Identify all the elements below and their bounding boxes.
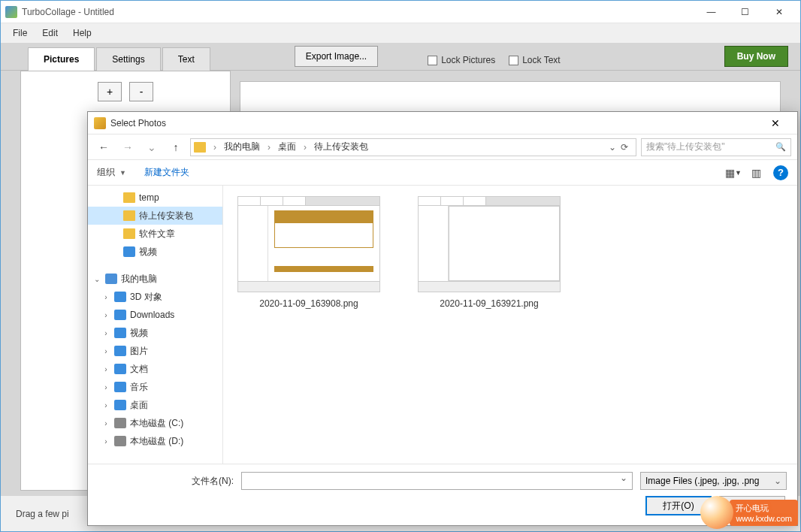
- lock-pictures-checkbox[interactable]: Lock Pictures: [428, 55, 495, 65]
- folder-icon: [123, 210, 135, 221]
- tab-pictures[interactable]: Pictures: [28, 47, 95, 71]
- checkbox-icon: [509, 56, 518, 65]
- chevron-right-icon: ›: [301, 142, 310, 153]
- checkbox-icon: [428, 56, 437, 65]
- tree-item-music[interactable]: ›音乐: [88, 378, 222, 396]
- tree-item-temp[interactable]: ›temp: [88, 189, 222, 207]
- file-thumbnail: [418, 196, 561, 292]
- tree-item-desktop[interactable]: ›桌面: [88, 396, 222, 414]
- video-icon: [114, 328, 126, 338]
- dialog-navbar: ← → ⌄ ↑ › 我的电脑 › 桌面 › 待上传安装包 ⌄⟳ 搜索"待上传安装…: [88, 135, 797, 160]
- filename-label: 文件名(N):: [98, 475, 234, 488]
- search-input[interactable]: 搜索"待上传安装包": [641, 138, 791, 156]
- tab-text[interactable]: Text: [162, 47, 210, 71]
- tree-item-mypc[interactable]: ⌄我的电脑: [88, 270, 222, 288]
- nav-forward-button[interactable]: →: [118, 138, 138, 156]
- file-name: 2020-11-09_163921.png: [440, 298, 538, 309]
- chevron-down-icon[interactable]: ⌄: [609, 142, 616, 153]
- export-image-button[interactable]: Export Image...: [295, 46, 378, 67]
- status-hint: Drag a few pi: [16, 509, 69, 519]
- view-options-button[interactable]: ▦ ▼: [722, 165, 745, 181]
- breadcrumb-item[interactable]: 我的电脑: [221, 139, 263, 155]
- tree-item-pictures[interactable]: ›图片: [88, 342, 222, 360]
- maximize-button[interactable]: ☐: [728, 1, 762, 23]
- chevron-right-icon: ›: [210, 142, 219, 153]
- menu-edit[interactable]: Edit: [35, 25, 65, 41]
- dialog-toolbar: 组织 ▼ 新建文件夹 ▦ ▼ ▥ ?: [88, 160, 797, 186]
- window-controls: — ☐ ✕: [694, 1, 796, 23]
- disk-icon: [114, 436, 126, 446]
- breadcrumb-item[interactable]: 待上传安装包: [311, 139, 371, 155]
- folder-tree[interactable]: ›temp ›待上传安装包 ›软件文章 ›视频 ⌄我的电脑 ›3D 对象 ›Do…: [88, 186, 223, 464]
- close-button[interactable]: ✕: [762, 1, 796, 23]
- document-icon: [114, 364, 126, 374]
- dialog-icon: [94, 117, 106, 129]
- titlebar: TurboCollage - Untitled — ☐ ✕: [1, 1, 800, 23]
- toolbar: Pictures Settings Text Export Image... L…: [1, 44, 800, 71]
- cube-icon: [114, 292, 126, 302]
- buy-now-button[interactable]: Buy Now: [724, 46, 788, 67]
- nav-up-button[interactable]: ↑: [166, 138, 186, 156]
- preview-pane-button[interactable]: ▥: [745, 165, 767, 181]
- download-icon: [114, 310, 126, 320]
- filename-input[interactable]: [241, 472, 633, 490]
- select-photos-dialog: Select Photos ✕ ← → ⌄ ↑ › 我的电脑 › 桌面 › 待上…: [87, 111, 798, 526]
- file-type-filter[interactable]: Image Files (.jpeg, .jpg, .png: [640, 472, 787, 490]
- add-picture-button[interactable]: +: [98, 82, 122, 101]
- desktop-icon: [114, 400, 126, 410]
- folder-icon: [194, 142, 206, 153]
- tree-item-docs[interactable]: ›文档: [88, 360, 222, 378]
- cancel-button[interactable]: 取消: [719, 496, 785, 515]
- tree-item-3d[interactable]: ›3D 对象: [88, 288, 222, 306]
- folder-icon: [123, 192, 135, 203]
- tree-item-video2[interactable]: ›视频: [88, 324, 222, 342]
- open-button[interactable]: 打开(O): [645, 496, 712, 515]
- dialog-title: Select Photos: [110, 118, 760, 128]
- app-icon: [5, 6, 17, 18]
- dialog-footer: 文件名(N): Image Files (.jpeg, .jpg, .png 打…: [88, 464, 797, 525]
- tree-item-video1[interactable]: ›视频: [88, 243, 222, 261]
- refresh-icon[interactable]: ⟳: [621, 142, 628, 153]
- video-icon: [123, 246, 135, 257]
- music-icon: [114, 382, 126, 392]
- chevron-down-icon: ▼: [119, 169, 126, 177]
- file-thumbnail: [237, 196, 380, 292]
- breadcrumb-item[interactable]: 桌面: [275, 139, 299, 155]
- lock-text-checkbox[interactable]: Lock Text: [509, 55, 560, 65]
- menubar: File Edit Help: [1, 23, 800, 44]
- file-name: 2020-11-09_163908.png: [259, 298, 358, 309]
- folder-icon: [123, 228, 135, 239]
- file-list[interactable]: 2020-11-09_163908.png 2020-11-09_163921.…: [223, 186, 797, 464]
- nav-recent-dropdown[interactable]: ⌄: [142, 138, 162, 156]
- nav-back-button[interactable]: ←: [94, 138, 113, 156]
- tree-item-diskc[interactable]: ›本地磁盘 (C:): [88, 414, 222, 432]
- tree-item-upload[interactable]: ›待上传安装包: [88, 207, 222, 225]
- file-item[interactable]: 2020-11-09_163921.png: [414, 196, 564, 309]
- disk-icon: [114, 418, 126, 428]
- tree-item-downloads[interactable]: ›Downloads: [88, 306, 222, 324]
- menu-help[interactable]: Help: [65, 25, 99, 41]
- picture-icon: [114, 346, 126, 356]
- tree-item-diskd[interactable]: ›本地磁盘 (D:): [88, 432, 222, 450]
- breadcrumb[interactable]: › 我的电脑 › 桌面 › 待上传安装包 ⌄⟳: [190, 138, 636, 156]
- chevron-right-icon: ›: [264, 142, 274, 153]
- file-item[interactable]: 2020-11-09_163908.png: [234, 196, 384, 309]
- window-title: TurboCollage - Untitled: [22, 7, 694, 17]
- help-icon[interactable]: ?: [773, 165, 788, 180]
- dialog-close-button[interactable]: ✕: [760, 113, 791, 134]
- dialog-titlebar: Select Photos ✕: [88, 112, 797, 135]
- tab-settings[interactable]: Settings: [96, 47, 160, 71]
- remove-picture-button[interactable]: -: [129, 82, 153, 101]
- dialog-body: ›temp ›待上传安装包 ›软件文章 ›视频 ⌄我的电脑 ›3D 对象 ›Do…: [88, 186, 797, 464]
- pc-icon: [105, 274, 117, 284]
- minimize-button[interactable]: —: [694, 1, 728, 23]
- organize-menu[interactable]: 组织: [97, 166, 115, 179]
- menu-file[interactable]: File: [5, 25, 35, 41]
- new-folder-button[interactable]: 新建文件夹: [144, 166, 189, 179]
- tree-item-software[interactable]: ›软件文章: [88, 225, 222, 243]
